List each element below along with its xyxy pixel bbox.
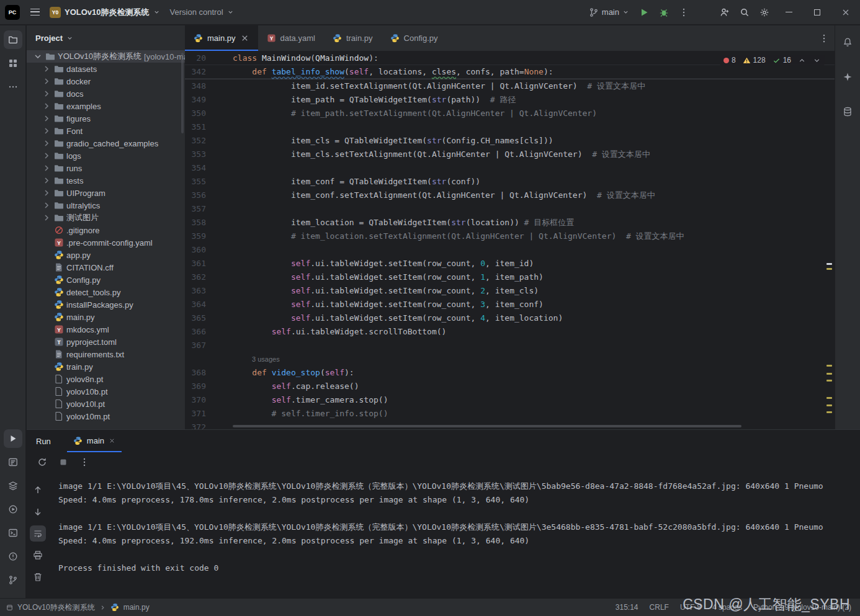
chevron-right-icon[interactable] xyxy=(42,138,52,148)
error-count[interactable]: 8 xyxy=(723,56,736,65)
editor-tab-data.yaml[interactable]: Ydata.yaml xyxy=(258,25,324,51)
tree-item-docker[interactable]: docker xyxy=(27,75,185,87)
scroll-mark[interactable] xyxy=(826,365,832,367)
python-console-button[interactable] xyxy=(4,453,22,471)
notifications-button[interactable] xyxy=(838,33,857,51)
tree-item-mkdocs.yml[interactable]: Ymkdocs.yml xyxy=(27,323,185,336)
tree-item-.gitignore[interactable]: .gitignore xyxy=(27,224,185,236)
status-breadcrumb-file[interactable]: main.py xyxy=(123,603,150,612)
run-anything-button[interactable] xyxy=(4,500,22,519)
tree-item-requirements.txt[interactable]: requirements.txt xyxy=(27,348,185,360)
settings-button[interactable] xyxy=(755,3,774,22)
tree-item-.pre-commit-config.yaml[interactable]: Y.pre-commit-config.yaml xyxy=(27,236,185,249)
tree-item-ultralytics[interactable]: ultralytics xyxy=(27,199,185,212)
usages-hint[interactable]: 3 usages xyxy=(185,352,835,366)
tree-item-Font[interactable]: Font xyxy=(27,125,185,137)
rerun-icon[interactable] xyxy=(37,457,47,467)
prev-problem-button[interactable] xyxy=(798,56,806,65)
version-control-tool-button[interactable] xyxy=(4,571,22,589)
project-scrollbar[interactable] xyxy=(181,53,184,133)
minimize-button[interactable] xyxy=(774,0,803,24)
run-tab-main[interactable]: main xyxy=(67,430,122,452)
stop-icon[interactable] xyxy=(58,457,68,467)
editor-tab-train.py[interactable]: train.py xyxy=(324,25,382,51)
more-actions-button[interactable] xyxy=(674,3,694,22)
tree-item-train.py[interactable]: train.py xyxy=(27,360,185,373)
maximize-button[interactable] xyxy=(803,0,831,24)
tree-item-figures[interactable]: figures xyxy=(27,112,185,125)
run-button[interactable] xyxy=(634,3,654,22)
warning-count[interactable]: 128 xyxy=(743,56,766,65)
tree-item-logs[interactable]: logs xyxy=(27,150,185,162)
more-tool-windows-button[interactable] xyxy=(4,78,22,96)
tree-item-UIProgram[interactable]: UIProgram xyxy=(27,187,185,199)
tree-item-tests[interactable]: tests xyxy=(27,174,185,187)
tree-item-Config.py[interactable]: Config.py xyxy=(27,274,185,286)
horizontal-scrollbar[interactable] xyxy=(233,425,741,427)
chevron-right-icon[interactable] xyxy=(42,188,52,198)
code-with-me-button[interactable] xyxy=(715,3,735,22)
chevron-right-icon[interactable] xyxy=(42,76,52,86)
chevron-right-icon[interactable] xyxy=(42,101,52,111)
soft-wrap-button[interactable] xyxy=(30,525,46,542)
tree-item-detect_tools.py[interactable]: detect_tools.py xyxy=(27,286,185,298)
problems-button[interactable] xyxy=(4,547,22,566)
tree-item-gradio_cached_examples[interactable]: gradio_cached_examples xyxy=(27,137,185,150)
tree-item-yolov10m.pt[interactable]: yolov10m.pt xyxy=(27,410,185,422)
editor-tab-main.py[interactable]: main.py xyxy=(185,25,258,51)
scroll-mark[interactable] xyxy=(826,263,832,265)
scroll-mark[interactable] xyxy=(826,373,832,375)
services-button[interactable] xyxy=(4,476,22,495)
next-problem-button[interactable] xyxy=(813,56,821,65)
tree-item-CITATION.cff[interactable]: CITATION.cff xyxy=(27,261,185,274)
tree-item-yolov10l.pt[interactable]: yolov10l.pt xyxy=(27,398,185,410)
tree-item-yolov10b.pt[interactable]: yolov10b.pt xyxy=(27,385,185,398)
project-widget[interactable]: Y0 YOLOv10肺炎检测系统 xyxy=(45,4,165,20)
chevron-right-icon[interactable] xyxy=(42,114,52,123)
scroll-mark[interactable] xyxy=(826,268,832,270)
main-menu-button[interactable] xyxy=(25,3,45,22)
chevron-right-icon[interactable] xyxy=(42,89,52,99)
database-button[interactable] xyxy=(838,102,857,121)
ai-assistant-button[interactable] xyxy=(838,68,857,86)
terminal-button[interactable] xyxy=(4,524,22,542)
chevron-right-icon[interactable] xyxy=(42,213,52,223)
editor-body[interactable]: 8 128 16 20class MainWindow(QMainWindow)… xyxy=(185,51,835,429)
chevron-right-icon[interactable] xyxy=(42,64,52,74)
tree-item-datasets[interactable]: datasets xyxy=(27,63,185,75)
passed-count[interactable]: 16 xyxy=(773,56,791,65)
chevron-right-icon[interactable] xyxy=(42,200,52,210)
branch-selector[interactable]: main xyxy=(584,5,634,20)
debug-button[interactable] xyxy=(654,3,674,22)
scroll-mark[interactable] xyxy=(826,404,832,406)
close-button[interactable] xyxy=(831,0,860,24)
clear-console-button[interactable] xyxy=(30,569,46,585)
chevron-right-icon[interactable] xyxy=(42,151,52,161)
close-tab-icon[interactable] xyxy=(109,437,115,444)
version-control-menu[interactable]: Version control xyxy=(165,5,239,19)
status-breadcrumb-project[interactable]: YOLOv10肺炎检测系统 xyxy=(17,602,95,613)
scroll-up-button[interactable] xyxy=(30,482,46,498)
tree-item-examples[interactable]: examples xyxy=(27,100,185,112)
scroll-mark[interactable] xyxy=(826,411,832,413)
chevron-right-icon[interactable] xyxy=(42,163,52,173)
more-vertical-icon[interactable] xyxy=(79,457,89,467)
run-console[interactable]: image 1/1 E:\YOLOv10项目\45、YOLOv10肺炎检测系统\… xyxy=(49,473,859,597)
tree-item-pyproject.toml[interactable]: Tpyproject.toml xyxy=(27,336,185,348)
tree-item-app.py[interactable]: app.py xyxy=(27,249,185,261)
tree-item-installPackages.py[interactable]: installPackages.py xyxy=(27,298,185,311)
tree-item-runs[interactable]: runs xyxy=(27,162,185,174)
editor-tab-Config.py[interactable]: Config.py xyxy=(382,25,447,51)
chevron-right-icon[interactable] xyxy=(42,126,52,136)
tree-item-yolov8n.pt[interactable]: yolov8n.pt xyxy=(27,373,185,385)
tree-item-测试图片[interactable]: 测试图片 xyxy=(27,212,185,224)
print-button[interactable] xyxy=(30,547,46,563)
tree-item-main.py[interactable]: main.py xyxy=(27,311,185,323)
chevron-down-icon[interactable] xyxy=(33,51,43,61)
scroll-mark[interactable] xyxy=(826,380,832,382)
scroll-down-button[interactable] xyxy=(30,504,46,520)
search-everywhere-button[interactable] xyxy=(735,3,755,22)
project-tool-button[interactable] xyxy=(4,30,22,49)
chevron-right-icon[interactable] xyxy=(42,176,52,185)
tree-item-docs[interactable]: docs xyxy=(27,87,185,100)
